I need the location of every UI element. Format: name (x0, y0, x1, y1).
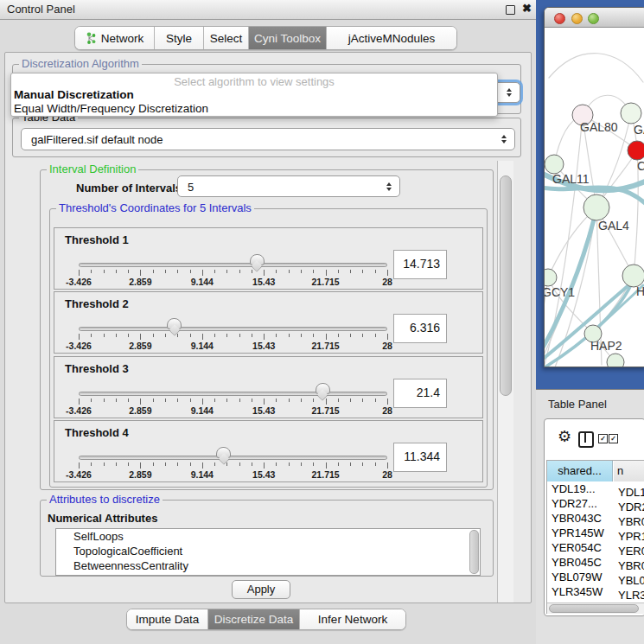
panel-vertical-scrollbar[interactable] (497, 161, 513, 603)
node-label: C (637, 159, 644, 173)
mac-zoom-button[interactable] (588, 13, 599, 24)
network-window-titlebar[interactable] (545, 8, 644, 28)
slider-track[interactable] (79, 263, 387, 267)
node-table-body: YDL19...YDL1YDR27...YDR2YBR043CYBR0YPR14… (547, 481, 644, 613)
slider-tick-labels: -3.4262.8599.14415.4321.71528 (79, 469, 387, 480)
threshold-label: Threshold 3 (65, 362, 129, 375)
float-window-icon[interactable] (506, 5, 515, 15)
table-row[interactable]: YDR27...YDR2 (547, 496, 644, 511)
node-label: GAL4 (598, 219, 629, 233)
network-node-ga[interactable] (621, 103, 641, 124)
slider-track[interactable] (79, 456, 387, 460)
group-title: Threshold's Coordinates for 5 Intervals (56, 202, 254, 214)
list-scrollbar-thumb[interactable] (469, 530, 479, 574)
tab-cyni-toolbox[interactable]: Cyni Toolbox (249, 27, 327, 49)
network-node[interactable] (607, 354, 624, 367)
node-table: shared... n YDL19...YDL1YDR27...YDR2YBR0… (546, 460, 644, 614)
split-columns-icon[interactable] (578, 431, 594, 448)
scrollbar-thumb[interactable] (549, 604, 639, 613)
tab-label: Cyni Toolbox (254, 32, 321, 45)
slider-track[interactable] (79, 327, 387, 331)
tab-label: jActiveMNodules (348, 32, 436, 45)
table-row[interactable]: YBR043CYBR0 (547, 511, 644, 526)
network-graph: GAL80GACGAL11GAL4GCY1HHAP2 (545, 26, 644, 367)
number-of-intervals-combobox[interactable]: 5 (177, 175, 400, 197)
column-header-name[interactable]: n (614, 461, 644, 481)
numerical-attributes-list[interactable]: SelfLoopsTopologicalCoefficientBetweenne… (55, 528, 481, 576)
threshold-label: Threshold 1 (65, 233, 129, 246)
threshold-label: Threshold 2 (65, 297, 129, 310)
table-horizontal-scrollbar[interactable] (547, 603, 644, 614)
network-node-c[interactable] (628, 141, 644, 160)
checkbox-icon[interactable]: ✓ (609, 434, 618, 443)
node-label: GCY1 (545, 285, 575, 299)
slider-track[interactable] (79, 392, 387, 396)
dropdown-item-manual-discretization[interactable]: Manual Discretization (14, 88, 134, 101)
group-title: Attributes to discretize (47, 494, 163, 506)
tab-label: Network (101, 32, 144, 45)
table-panel-title: Table Panel (548, 398, 607, 411)
threshold-value-field[interactable]: 14.713 (393, 250, 447, 279)
tab-impute-data[interactable]: Impute Data (127, 609, 208, 629)
tab-select[interactable]: Select (204, 27, 249, 49)
table-row[interactable]: YER054CYER0 (547, 540, 644, 555)
table-row[interactable]: YDL19...YDL1 (547, 481, 644, 496)
checkbox-icon[interactable]: ✓ (598, 434, 608, 443)
threshold-label: Threshold 4 (65, 426, 129, 439)
gear-icon[interactable]: ⚙ (558, 429, 571, 444)
tab-label: Style (166, 32, 192, 45)
table-data-combobox[interactable]: galFiltered.sif default node (21, 128, 515, 150)
slider-ticks (79, 334, 387, 341)
table-data-value: galFiltered.sif default node (31, 133, 163, 146)
tab-network[interactable]: Network (75, 27, 155, 49)
network-canvas[interactable]: GAL80GACGAL11GAL4GCY1HHAP2 (545, 26, 644, 367)
mac-minimize-button[interactable] (571, 13, 583, 24)
node-label: H (636, 284, 644, 298)
attribute-list-item[interactable]: SelfLoops (56, 529, 480, 544)
table-row[interactable]: YBR045CYBR0 (547, 555, 644, 570)
slider-thumb[interactable] (250, 254, 265, 265)
tab-jactivemnodules[interactable]: jActiveMNodules (327, 27, 456, 49)
cell-shared-name: YBR045C (547, 555, 614, 570)
tab-style[interactable]: Style (155, 27, 204, 49)
apply-button[interactable]: Apply (232, 580, 290, 599)
slider-thumb[interactable] (216, 447, 231, 458)
number-of-intervals-value: 5 (188, 180, 194, 193)
combo-arrows-icon (501, 135, 507, 143)
tab-infer-network[interactable]: Infer Network (300, 609, 405, 629)
threshold-value-field[interactable]: 6.316 (393, 314, 447, 343)
cell-shared-name: YDL19... (547, 481, 614, 496)
attribute-list-item[interactable]: TopologicalCoefficient (56, 544, 480, 558)
threshold-panel-3: Threshold 3-3.4262.8599.14415.4321.71528… (54, 356, 483, 418)
network-node-gcy1[interactable] (545, 269, 557, 286)
slider-ticks (79, 270, 387, 277)
group-title: Interval Definition (47, 163, 138, 175)
network-node-gal11[interactable] (545, 155, 564, 174)
table-row[interactable]: YBL079WYBL0 (547, 570, 644, 584)
scrollbar-thumb[interactable] (500, 175, 512, 396)
algorithm-dropdown-popup: Select algorithm to view settings Manual… (10, 73, 498, 117)
table-row[interactable]: YLR345WYLR3 (547, 584, 644, 599)
numerical-attributes-label: Numerical Attributes (48, 512, 157, 525)
mac-close-button[interactable] (554, 13, 565, 24)
slider-tick-labels: -3.4262.8599.14415.4321.71528 (79, 277, 387, 287)
network-edge[interactable] (549, 54, 643, 82)
tab-label: Select (210, 32, 243, 45)
slider-thumb[interactable] (167, 318, 182, 329)
cell-shared-name: YBR043C (547, 511, 614, 526)
threshold-panel-2: Threshold 2-3.4262.8599.14415.4321.71528… (54, 291, 483, 354)
attribute-list-item[interactable]: BetweennessCentrality (56, 558, 480, 573)
cell-shared-name: YLR345W (547, 584, 614, 599)
network-node-gal4[interactable] (583, 194, 609, 220)
top-tab-bar: NetworkStyleSelectCyni ToolboxjActiveMNo… (74, 26, 457, 50)
slider-thumb[interactable] (316, 383, 330, 394)
dropdown-item-equal-width-frequency[interactable]: Equal Width/Frequency Discretization (14, 102, 208, 115)
threshold-value-field[interactable]: 11.344 (393, 443, 447, 472)
tab-discretize-data[interactable]: Discretize Data (208, 609, 300, 629)
threshold-value-field[interactable]: 21.4 (393, 379, 447, 408)
column-header-shared-name[interactable]: shared... (547, 461, 613, 481)
close-icon[interactable]: ✖ (522, 2, 532, 15)
screenshot-root: Control Panel ✖ NetworkStyleSelectCyni T… (0, 0, 644, 644)
slider-ticks (79, 462, 387, 469)
table-row[interactable]: YPR145WYPR1 (547, 526, 644, 540)
